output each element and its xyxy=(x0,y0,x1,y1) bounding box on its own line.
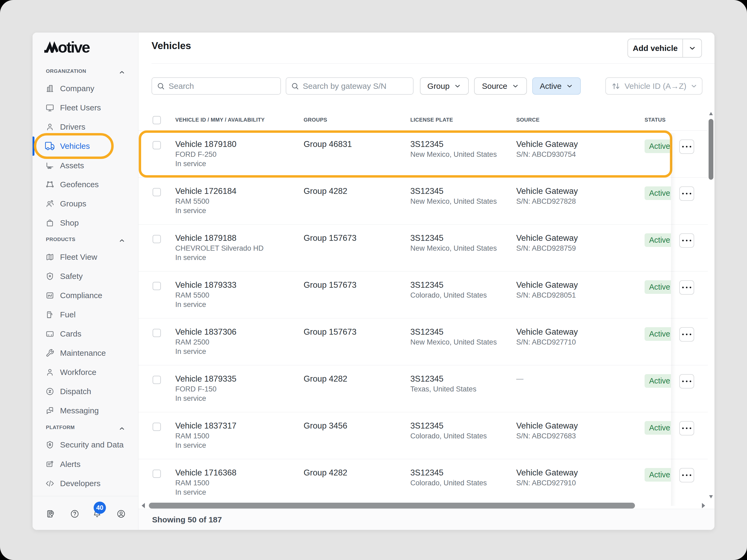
svg-text:otive: otive xyxy=(58,38,90,56)
